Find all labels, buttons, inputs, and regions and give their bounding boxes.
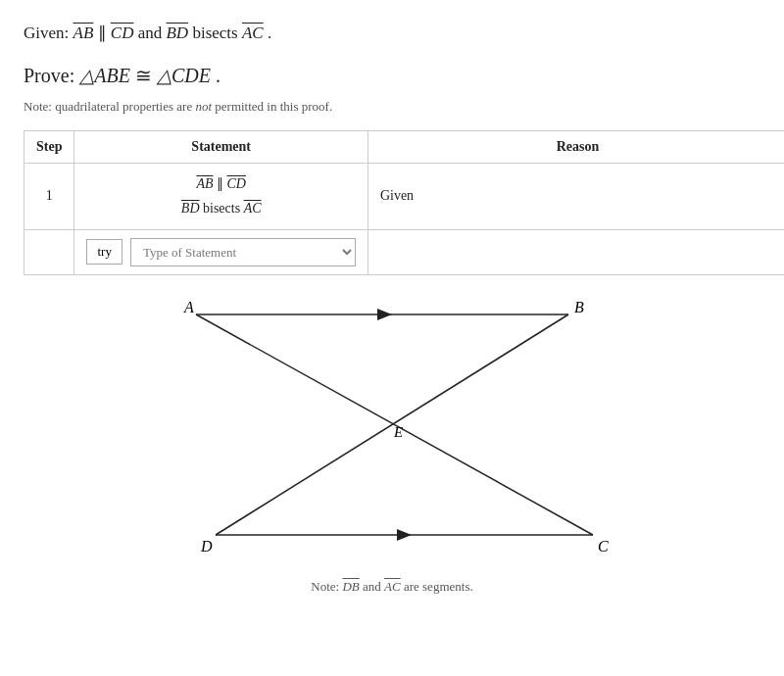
label-e: E (393, 424, 403, 440)
note-top-pre: Note: quadrilateral properties are (24, 99, 195, 114)
diagram-note-db: DB (342, 579, 359, 594)
label-c: C (598, 538, 609, 555)
given-ab: AB (74, 24, 94, 42)
note-top: Note: quadrilateral properties are not p… (24, 99, 760, 115)
stmt-parallel: ∥ (217, 176, 227, 191)
prove-tri1: △ABE (79, 65, 130, 86)
stmt-cd: CD (227, 176, 246, 191)
arrow-dc (397, 529, 412, 541)
given-and: and (138, 24, 167, 42)
type-of-statement-select[interactable]: Type of Statement Congruence Parallel Li… (130, 238, 356, 266)
table-header-row: Step Statement Reason (24, 131, 785, 164)
label-d: D (200, 538, 213, 555)
try-button[interactable]: try (86, 239, 122, 265)
note-top-em: not (195, 99, 212, 114)
diagram-note-and: and (363, 579, 384, 594)
label-a: A (183, 299, 194, 315)
stmt-ac: AC (244, 201, 262, 216)
label-b: B (574, 299, 584, 315)
diagram-note-post: are segments. (404, 579, 473, 594)
statement-cell: AB ∥ CD BD bisects AC (74, 164, 368, 229)
col-step: Step (24, 131, 74, 164)
diagram-note: Note: DB and AC are segments. (311, 579, 472, 595)
diagram-container: A B D C E Note: DB and AC are segments. (24, 285, 760, 595)
prove-period: . (216, 65, 220, 86)
proof-table: Step Statement Reason 1 AB ∥ CD BD bisec… (24, 130, 784, 274)
diagram-note-pre: Note: (311, 579, 342, 594)
try-reason-cell (368, 229, 784, 274)
line-bd (216, 314, 568, 535)
stmt-bisects: bisects (203, 201, 244, 216)
given-bd: BD (166, 24, 188, 42)
given-statement: Given: AB ∥ CD and BD bisects AC . (24, 20, 760, 46)
stmt-ab: AB (196, 176, 213, 191)
arrow-ab (377, 309, 392, 320)
try-step-cell (24, 229, 74, 274)
given-bisects: bisects (192, 24, 242, 42)
prove-label: Prove: (24, 65, 79, 86)
statement-line1: AB ∥ CD (196, 171, 246, 196)
try-statement-cell: try Type of Statement Congruence Paralle… (74, 229, 368, 274)
table-row: 1 AB ∥ CD BD bisects AC Given (24, 164, 785, 229)
prove-tri2: △CDE (157, 65, 211, 86)
given-ac: AC (242, 24, 264, 42)
diagram-note-ac: AC (384, 579, 401, 594)
statement-line2: BD bisects AC (181, 196, 262, 220)
stmt-bd: BD (181, 201, 200, 216)
geometry-diagram: A B D C E (147, 285, 637, 569)
col-statement: Statement (74, 131, 368, 164)
given-period: . (268, 24, 271, 42)
prove-congruent: ≅ (135, 65, 157, 86)
given-parallel: ∥ (98, 24, 111, 42)
prove-statement: Prove: △ABE ≅ △CDE . (24, 60, 760, 91)
note-top-post: permitted in this proof. (215, 99, 332, 114)
reason-given: Given (368, 164, 784, 229)
given-cd: CD (111, 24, 134, 42)
step-number: 1 (24, 164, 74, 229)
given-label: Given: (24, 24, 69, 42)
try-row: try Type of Statement Congruence Paralle… (24, 229, 785, 274)
col-reason: Reason (368, 131, 784, 164)
